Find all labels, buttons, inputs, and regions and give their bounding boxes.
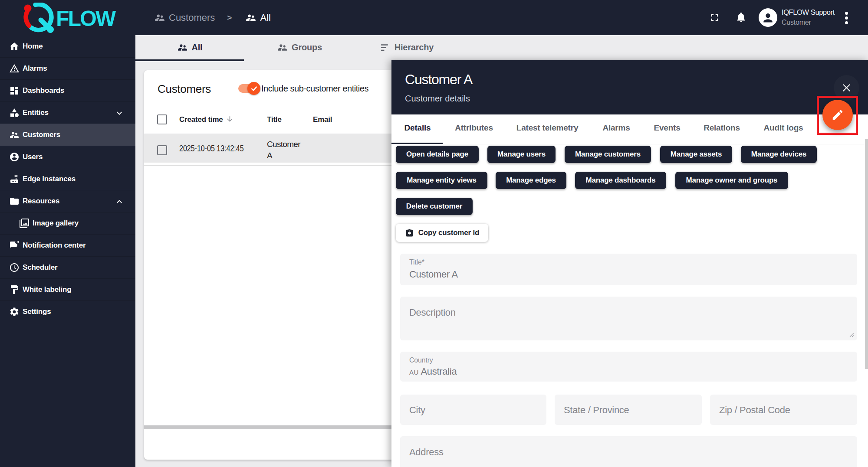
svg-text:FLOW: FLOW	[56, 7, 116, 31]
